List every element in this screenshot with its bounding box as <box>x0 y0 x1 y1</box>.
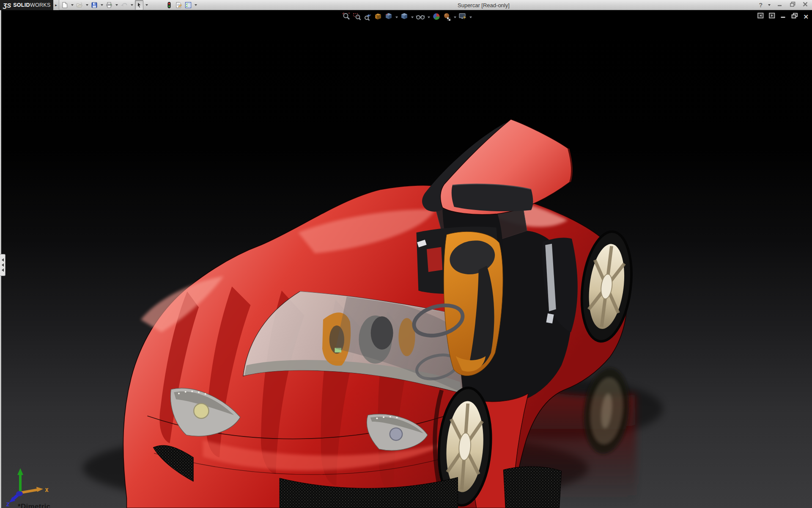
hide-show-items-button[interactable] <box>415 12 425 22</box>
restore-icon <box>790 1 796 9</box>
collapse-pane-left-button[interactable] <box>757 13 764 20</box>
view-settings-button[interactable] <box>458 12 467 22</box>
document-window-controls: ✕ <box>757 13 809 20</box>
left-arrow-icon <box>2 258 4 262</box>
section-view-button[interactable] <box>373 12 383 22</box>
panel-left-icon <box>757 13 764 20</box>
undo-icon <box>121 2 128 8</box>
driver-seat[interactable] <box>444 232 503 375</box>
zoom-to-fit-button[interactable] <box>342 12 351 22</box>
hide-show-items-dropdown[interactable] <box>427 14 431 21</box>
view-orientation-icon <box>384 12 393 22</box>
view-orientation-label: *Dimetric <box>18 502 50 508</box>
3d-model-supercar[interactable] <box>0 10 812 508</box>
previous-view-icon <box>363 12 372 22</box>
view-orientation-button[interactable] <box>384 12 393 22</box>
new-dropdown[interactable] <box>70 1 74 9</box>
standard-toolbar <box>60 0 198 10</box>
save-icon <box>91 2 98 8</box>
help-dropdown[interactable] <box>767 1 771 9</box>
print-dropdown[interactable] <box>114 1 119 9</box>
edit-appearance-icon <box>432 12 441 22</box>
titlebar: ƷS SOLID WORKS ▸ <box>0 0 812 10</box>
help-icon: ? <box>759 2 763 8</box>
panel-right-icon <box>769 13 775 20</box>
open-folder-icon <box>76 2 83 8</box>
previous-view-button[interactable] <box>363 12 372 22</box>
options-icon <box>185 2 192 8</box>
apply-scene-icon <box>443 12 451 22</box>
view-orientation-dropdown[interactable] <box>395 14 398 21</box>
graphics-viewport[interactable]: ✕ x z *Dimetric <box>0 10 812 508</box>
collapse-pane-right-button[interactable] <box>769 13 775 20</box>
brand-name-light: WORKS <box>30 2 51 8</box>
open-button[interactable] <box>75 0 84 10</box>
headsup-view-toolbar <box>342 12 472 23</box>
save-button[interactable] <box>90 0 99 10</box>
select-button[interactable] <box>135 0 143 10</box>
apply-scene-button[interactable] <box>442 12 452 22</box>
left-arrow-icon <box>2 268 4 272</box>
rebuild-button[interactable] <box>165 0 173 10</box>
minimize-button[interactable] <box>776 1 784 9</box>
left-arrow-icon <box>2 263 4 267</box>
display-style-dropdown[interactable] <box>410 14 414 21</box>
close-icon: ✕ <box>803 14 809 20</box>
minimize-document-button[interactable] <box>780 13 786 20</box>
solidworks-window: ƷS SOLID WORKS ▸ <box>0 0 812 508</box>
undo-button[interactable] <box>120 0 129 10</box>
rebuild-traffic-light-icon <box>166 2 173 8</box>
new-document-icon <box>61 2 68 8</box>
view-settings-dropdown[interactable] <box>469 14 472 21</box>
select-cursor-icon <box>136 2 143 8</box>
file-properties-button[interactable] <box>174 0 183 10</box>
brand-name-bold: SOLID <box>13 2 30 8</box>
new-button[interactable] <box>60 0 69 10</box>
restore-icon <box>791 13 798 20</box>
print-icon <box>106 2 112 8</box>
open-dropdown[interactable] <box>85 1 89 9</box>
minimize-icon <box>777 1 783 9</box>
hide-show-items-icon <box>416 12 425 22</box>
apply-scene-dropdown[interactable] <box>453 14 457 21</box>
triad-z-label: z <box>6 500 10 507</box>
side-vent <box>542 237 578 332</box>
restore-document-button[interactable] <box>791 13 798 20</box>
triad-x-label: x <box>45 486 49 494</box>
close-icon <box>802 1 808 9</box>
display-style-button[interactable] <box>400 12 409 22</box>
help-button[interactable]: ? <box>759 2 763 8</box>
save-dropdown[interactable] <box>99 1 104 9</box>
edit-appearance-button[interactable] <box>432 12 441 22</box>
flyout-right-icon: ▸ <box>55 3 57 7</box>
file-properties-icon <box>175 2 182 8</box>
zoom-to-area-button[interactable] <box>352 12 362 22</box>
feature-pane-flyout-tab[interactable] <box>0 254 5 276</box>
minimize-icon <box>780 13 786 20</box>
zoom-to-fit-icon <box>342 12 351 22</box>
solidworks-logo[interactable]: ƷS SOLID WORKS <box>0 0 53 10</box>
restore-button[interactable] <box>788 1 797 9</box>
titlebar-controls: ? <box>759 0 809 10</box>
zoom-to-area-icon <box>353 12 361 22</box>
close-button[interactable] <box>801 1 809 9</box>
close-document-button[interactable]: ✕ <box>803 14 809 20</box>
menu-flyout-arrow[interactable]: ▸ <box>53 0 59 10</box>
open-door[interactable] <box>422 119 572 215</box>
section-view-icon <box>374 12 382 22</box>
options-dropdown[interactable] <box>193 1 198 9</box>
undo-dropdown[interactable] <box>129 1 134 9</box>
display-style-icon <box>400 12 409 22</box>
reference-triad: x z <box>3 465 53 507</box>
print-button[interactable] <box>105 0 113 10</box>
options-button[interactable] <box>184 0 192 10</box>
document-title: Supercar [Read-only] <box>458 0 510 10</box>
brand-mark-icon: ƷS <box>3 2 11 9</box>
view-settings-icon <box>458 12 467 22</box>
select-dropdown[interactable] <box>144 1 149 9</box>
